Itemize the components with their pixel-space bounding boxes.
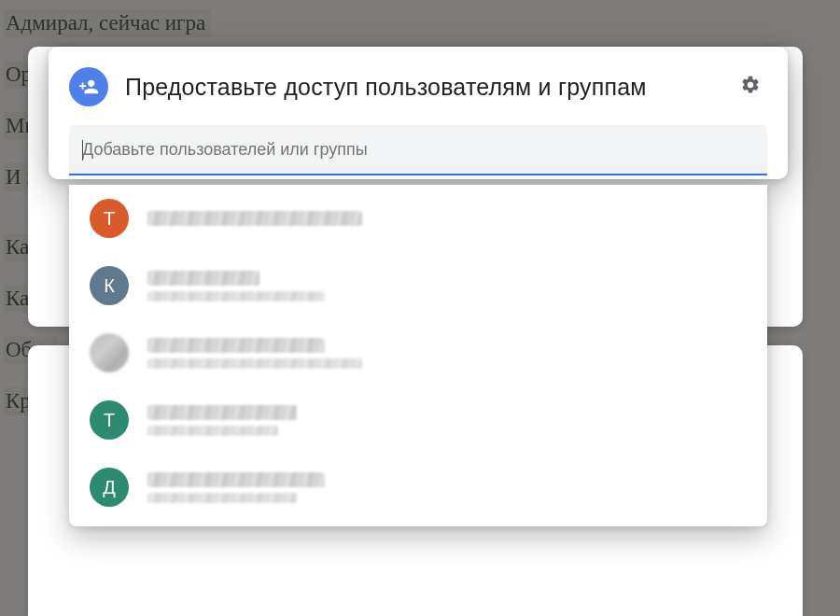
text-caret [82,140,83,161]
avatar [90,333,129,372]
redacted-email [147,493,297,503]
suggestion-info [147,338,747,369]
avatar: Т [90,199,129,238]
suggestion-info [147,405,747,436]
avatar: К [90,266,129,305]
suggestion-info [147,271,747,301]
add-people-input-wrap[interactable] [69,125,767,175]
suggestion-info [147,211,747,226]
redacted-email [147,358,362,369]
suggestion-row[interactable]: К [69,252,767,319]
settings-button[interactable] [734,70,767,104]
person-add-icon [69,67,108,106]
redacted-name [147,271,259,286]
gear-icon [740,75,761,99]
redacted-name [147,338,325,353]
redacted-email [147,291,325,301]
suggestion-row[interactable]: Т [69,386,767,454]
avatar: Д [90,468,129,507]
avatar: Т [90,400,129,440]
redacted-name [147,405,297,420]
redacted-name [147,472,325,487]
dialog-title: Предоставьте доступ пользователям и груп… [125,74,717,101]
suggestion-info [147,472,747,503]
add-people-input[interactable] [82,140,754,160]
suggestion-row[interactable]: Т [69,185,767,252]
dialog-header: Предоставьте доступ пользователям и груп… [49,47,788,121]
suggestions-dropdown: Т К Т Д [69,185,767,526]
suggestion-row[interactable]: Д [69,454,767,521]
redacted-email [147,426,278,436]
share-dialog: Предоставьте доступ пользователям и груп… [49,47,788,179]
redacted-name [147,211,362,226]
suggestion-row[interactable] [69,319,767,386]
